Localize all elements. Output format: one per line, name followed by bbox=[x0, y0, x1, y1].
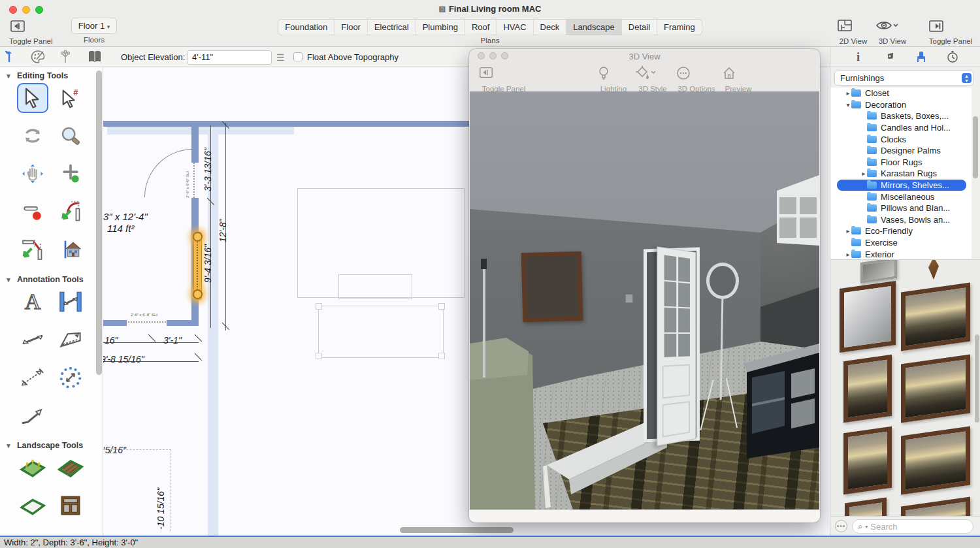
terrain-deck-tool[interactable] bbox=[55, 453, 86, 483]
tree-scrollbar[interactable] bbox=[973, 116, 978, 178]
thumbnails-scrollbar[interactable] bbox=[975, 334, 979, 423]
chamfer-line-tool[interactable] bbox=[17, 234, 48, 265]
3d-view-window[interactable]: 3D View Toggle Panel Lighting 3D Style 3… bbox=[469, 49, 820, 523]
wall-dimension-tool[interactable] bbox=[55, 287, 86, 317]
tree-item-pillows-and-blan[interactable]: Pillows and Blan... bbox=[830, 202, 972, 214]
3d-window-titlebar[interactable]: 3D View bbox=[469, 49, 820, 63]
tree-item-clocks[interactable]: Clocks bbox=[830, 133, 972, 145]
section-header-editing-tools[interactable]: ▼Editing Tools bbox=[0, 67, 103, 83]
library-thumbnail-finial[interactable] bbox=[928, 259, 939, 280]
tree-item-eco-friendly[interactable]: ▸Eco-Friendly bbox=[830, 225, 972, 237]
zoom-magnifier-tool[interactable] bbox=[55, 121, 86, 151]
tree-item-decoration[interactable]: ▾Decoration bbox=[830, 99, 972, 111]
select-cursor-tool[interactable] bbox=[17, 83, 48, 113]
disclosure-expanded-icon[interactable]: ▾ bbox=[845, 101, 851, 108]
library-category-select[interactable]: Furnishings ▲▼ bbox=[834, 71, 974, 86]
library-thumbnail-picture[interactable] bbox=[845, 498, 887, 516]
tree-item-floor-rugs[interactable]: Floor Rugs bbox=[830, 157, 972, 169]
library-thumbnail-picture[interactable] bbox=[843, 427, 892, 494]
disclosure-collapsed-icon[interactable]: ▸ bbox=[860, 170, 867, 177]
leader-arrow-tool[interactable] bbox=[17, 400, 48, 430]
3d-lighting-button[interactable]: Lighting bbox=[597, 65, 630, 94]
tab-deck[interactable]: Deck bbox=[534, 20, 567, 35]
handrail-handle-bottom[interactable] bbox=[193, 289, 203, 299]
tree-item-mirrors-shelves[interactable]: Mirrors, Shelves... bbox=[830, 180, 972, 191]
garden-bed-tool[interactable] bbox=[17, 453, 48, 483]
cabinet-furniture-tool[interactable] bbox=[55, 491, 86, 521]
3d-view-button[interactable]: 3D View bbox=[875, 19, 909, 46]
tree-item-miscellaneous[interactable]: Miscellaneous bbox=[830, 191, 972, 202]
palette-scrollbar[interactable] bbox=[96, 71, 102, 375]
tree-tool[interactable] bbox=[57, 49, 74, 65]
more-options-button[interactable]: ••• bbox=[835, 520, 847, 532]
library-thumbnail-picture[interactable] bbox=[901, 283, 970, 351]
tab-floor[interactable]: Floor bbox=[335, 20, 368, 35]
section-header-landscape-tools[interactable]: ▼Landscape Tools bbox=[0, 437, 103, 453]
angular-dimension-tool[interactable] bbox=[55, 325, 86, 355]
library-thumbnail-picture[interactable] bbox=[901, 497, 970, 516]
pen-nib-tab[interactable] bbox=[883, 50, 897, 64]
toggle-panel-right-button[interactable]: Toggle Panel bbox=[928, 19, 973, 46]
text-letter-tool[interactable]: A bbox=[17, 287, 48, 317]
tab-electrical[interactable]: Electrical bbox=[368, 20, 416, 35]
tree-item-candles-and-hol[interactable]: Candles and Hol... bbox=[830, 122, 972, 134]
tree-item-designer-palms[interactable]: Designer Palms bbox=[830, 145, 972, 157]
2d-view-button[interactable]: 2D View bbox=[837, 19, 870, 46]
terrain-polyline-tool[interactable] bbox=[17, 491, 48, 521]
plan-wall-top[interactable] bbox=[103, 121, 470, 127]
plan-wall-bottom-left[interactable] bbox=[103, 320, 127, 326]
3d-toggle-panel-button[interactable]: Toggle Panel bbox=[478, 65, 529, 94]
tab-hvac[interactable]: HVAC bbox=[497, 20, 533, 35]
point-marker-tool[interactable] bbox=[55, 363, 86, 393]
end-to-end-dimension-tool[interactable] bbox=[17, 363, 48, 393]
tree-item-karastan-rugs[interactable]: ▸Karastan Rugs bbox=[830, 168, 972, 180]
tree-item-closet[interactable]: ▸Closet bbox=[830, 88, 972, 99]
plan-cabinet-outline[interactable] bbox=[318, 306, 444, 358]
tab-roof[interactable]: Roof bbox=[465, 20, 497, 35]
tree-item-baskets-boxes[interactable]: Baskets, Boxes,... bbox=[830, 110, 972, 122]
tab-framing[interactable]: Framing bbox=[657, 20, 702, 35]
handrail-handle-top[interactable] bbox=[193, 232, 203, 242]
furniture-tab[interactable] bbox=[914, 50, 928, 64]
library-thumbnail-picture[interactable] bbox=[901, 427, 970, 495]
tab-landscape[interactable]: Landscape bbox=[566, 20, 622, 35]
library-thumbnail-mirror-small[interactable] bbox=[860, 259, 897, 283]
select-similar-tool[interactable]: # bbox=[55, 83, 86, 113]
rotate-arrows-tool[interactable] bbox=[17, 121, 48, 151]
3d-options-button[interactable]: 3D Options bbox=[676, 65, 717, 94]
3d-style-button[interactable]: 3D Style bbox=[634, 65, 672, 94]
tree-item-exercise[interactable]: Exercise bbox=[830, 237, 972, 249]
dimension-arrow-tool[interactable] bbox=[17, 325, 48, 355]
tab-foundation[interactable]: Foundation bbox=[278, 20, 335, 35]
library-thumbnail-mirror[interactable] bbox=[840, 281, 896, 353]
info-tab[interactable]: i bbox=[851, 50, 866, 64]
canvas-horizontal-scrollbar[interactable] bbox=[400, 527, 514, 533]
library-book-tool[interactable] bbox=[87, 49, 104, 65]
fillet-arc-tool[interactable] bbox=[55, 197, 86, 227]
elevation-list-icon[interactable]: ☰ bbox=[276, 52, 285, 63]
3d-preview-button[interactable]: Preview bbox=[721, 65, 755, 94]
section-header-annotation-tools[interactable]: ▼Annotation Tools bbox=[0, 271, 103, 287]
plant-partial-tool[interactable] bbox=[17, 528, 48, 536]
plan-wall-bottom-right[interactable] bbox=[167, 320, 199, 326]
plan-table-outline[interactable] bbox=[338, 274, 412, 299]
tab-detail[interactable]: Detail bbox=[622, 20, 657, 35]
tree-item-exterior[interactable]: ▸Exterior bbox=[830, 248, 972, 259]
object-elevation-input[interactable]: 4'-11" bbox=[187, 50, 272, 65]
disclosure-collapsed-icon[interactable]: ▸ bbox=[845, 227, 851, 234]
add-plus-tool[interactable] bbox=[55, 159, 86, 189]
3d-viewport[interactable] bbox=[470, 91, 819, 509]
disclosure-collapsed-icon[interactable]: ▸ bbox=[845, 251, 851, 258]
terrain-sapling-tool[interactable] bbox=[1, 49, 18, 65]
house-reference-tool[interactable] bbox=[55, 234, 86, 265]
history-clock-tab[interactable] bbox=[945, 50, 960, 64]
palette-tool[interactable] bbox=[30, 49, 47, 65]
disclosure-collapsed-icon[interactable]: ▸ bbox=[845, 89, 851, 97]
library-search-input[interactable]: ⌕ ▾ Search bbox=[852, 519, 973, 534]
tab-plumbing[interactable]: Plumbing bbox=[416, 20, 465, 35]
tree-item-vases-bowls-an[interactable]: Vases, Bowls an... bbox=[830, 214, 972, 226]
library-thumbnail-picture[interactable] bbox=[901, 355, 970, 423]
float-topography-checkbox[interactable] bbox=[293, 52, 302, 61]
library-thumbnail-picture[interactable] bbox=[843, 355, 892, 423]
remove-minus-tool[interactable] bbox=[17, 197, 48, 227]
